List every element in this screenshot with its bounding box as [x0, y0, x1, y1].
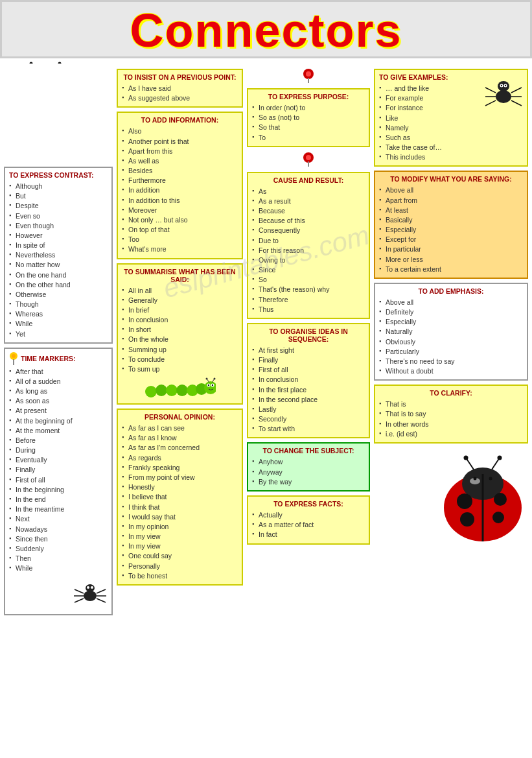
- list-item: To conclude: [122, 355, 238, 364]
- list-item: Take the case of…: [379, 143, 448, 152]
- list-item: Next: [9, 514, 108, 523]
- list-item: I believe that: [122, 492, 238, 501]
- list-item: Anyhow: [252, 457, 365, 466]
- main-content: TO EXPRESS CONTRAST: AlthoughButDespiteE…: [0, 64, 532, 621]
- list-item: Although: [9, 182, 108, 191]
- list-item: Nowadays: [9, 525, 108, 534]
- list-item: In particular: [379, 244, 523, 254]
- list-item: All in all: [122, 286, 238, 295]
- list-item: In the meantime: [9, 504, 108, 514]
- list-item: As a matter of fact: [252, 520, 365, 529]
- list-item: As regards: [122, 453, 238, 462]
- list-item: To: [252, 133, 365, 142]
- svg-point-50: [496, 90, 511, 103]
- list-item: After that: [9, 367, 108, 376]
- list-item: That's (the reason) why: [252, 285, 365, 294]
- list-item: In addition: [122, 185, 238, 195]
- list-item: Frankly speaking: [122, 463, 238, 472]
- list-item: Since then: [9, 534, 108, 543]
- list-item: Finally: [252, 355, 365, 364]
- change-subject-section: TO CHANGE THE SUBJECT: AnyhowAnywayBy th…: [247, 442, 370, 492]
- list-item: Especially: [379, 317, 523, 326]
- insist-list: As I have saidAs suggested above: [122, 84, 238, 102]
- cause-result-list: AsAs a resultBecauseBecause of thisConse…: [252, 187, 365, 314]
- pin-icon: [9, 352, 18, 365]
- list-item: First of all: [252, 365, 365, 374]
- list-item: Secondly: [252, 414, 365, 423]
- organise-section: TO ORGANISE IDEAS IN SEQUENCE: At first …: [247, 323, 370, 439]
- list-item: At the moment: [9, 426, 108, 435]
- list-item: In short: [122, 325, 238, 334]
- list-item: Like: [379, 113, 448, 123]
- purpose-title: TO EXPRESS PURPOSE:: [252, 93, 365, 101]
- insist-section: TO INSIST ON A PREVIOUS POINT: As I have…: [117, 69, 243, 108]
- list-item: Yet: [9, 329, 108, 338]
- list-item: At least: [379, 206, 523, 215]
- list-item: Otherwise: [9, 290, 108, 299]
- list-item: Naturally: [379, 327, 523, 336]
- mid-column: TO INSIST ON A PREVIOUS POINT: As I have…: [117, 69, 243, 615]
- list-item: Anyway: [252, 468, 365, 477]
- svg-point-49: [306, 155, 311, 160]
- list-item: Actually: [252, 510, 365, 519]
- list-item: So: [252, 275, 365, 284]
- list-item: Even though: [9, 221, 108, 230]
- spider-right-icon: [484, 73, 523, 112]
- list-item: As a result: [252, 196, 365, 206]
- list-item: As well as: [122, 156, 238, 165]
- list-item: Lastly: [252, 405, 365, 414]
- list-item: In conclusion: [252, 375, 365, 384]
- list-item: Because: [252, 206, 365, 215]
- svg-point-32: [176, 385, 188, 396]
- list-item: In the beginning: [9, 485, 108, 494]
- list-item: Whereas: [9, 309, 108, 318]
- list-item: That is: [379, 399, 523, 409]
- modify-section: TO MODIFY WHAT YOU ARE SAYING: Above all…: [374, 171, 528, 279]
- svg-point-77: [498, 455, 502, 460]
- list-item: Namely: [379, 123, 448, 132]
- list-item: More or less: [379, 255, 523, 264]
- svg-point-73: [489, 477, 492, 480]
- list-item: Suddenly: [9, 544, 108, 553]
- svg-point-46: [306, 71, 311, 77]
- list-item: While: [9, 319, 108, 328]
- add-info-title: TO ADD INFORMATION:: [122, 116, 238, 124]
- svg-point-68: [492, 512, 504, 523]
- list-item: I would say that: [122, 512, 238, 521]
- list-item: Despite: [9, 201, 108, 210]
- list-item: In my view: [122, 541, 238, 551]
- red-pin-icon: [303, 69, 314, 83]
- cause-result-title: CAUSE AND RESULT:: [252, 176, 365, 184]
- list-item: Particularly: [379, 347, 523, 356]
- list-item: … and the like: [379, 84, 448, 93]
- svg-point-18: [12, 354, 16, 358]
- list-item: In spite of: [9, 241, 108, 250]
- change-subject-list: AnyhowAnywayBy the way: [252, 457, 365, 486]
- list-item: Not only … but also: [122, 215, 238, 224]
- list-item: Nevertheless: [9, 250, 108, 259]
- give-examples-list: … and the likeFor exampleFor instanceLik…: [379, 84, 448, 161]
- list-item: In fact: [252, 530, 365, 539]
- list-item: By the way: [252, 477, 365, 486]
- list-item: To start with: [252, 424, 365, 433]
- list-item: But: [9, 191, 108, 200]
- list-item: Above all: [379, 298, 523, 307]
- list-item: On the other hand: [9, 280, 108, 289]
- list-item: In the first place: [252, 385, 365, 394]
- list-item: Also: [122, 126, 238, 136]
- list-item: Such as: [379, 133, 448, 142]
- list-item: As soon as: [9, 396, 108, 405]
- ladybug-large-right-icon: [437, 453, 528, 543]
- svg-point-67: [460, 512, 474, 527]
- list-item: Thus: [252, 305, 365, 314]
- express-facts-list: ActuallyAs a matter of factIn fact: [252, 510, 365, 539]
- list-item: As far as I'm concerned: [122, 443, 238, 452]
- list-item: At the beginning of: [9, 416, 108, 425]
- list-item: In my opinion: [122, 522, 238, 531]
- list-item: So that: [252, 123, 365, 132]
- svg-point-76: [464, 455, 468, 460]
- svg-point-61: [505, 85, 506, 86]
- svg-line-52: [485, 88, 496, 93]
- list-item: Especially: [379, 225, 523, 234]
- left-column: TO EXPRESS CONTRAST: AlthoughButDespiteE…: [4, 69, 113, 615]
